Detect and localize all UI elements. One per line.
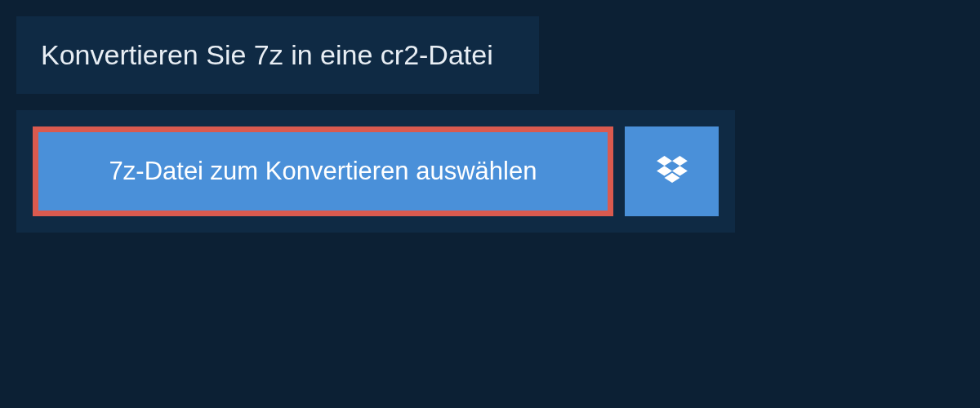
dropbox-icon bbox=[657, 156, 688, 187]
select-file-label: 7z-Datei zum Konvertieren auswählen bbox=[109, 157, 537, 186]
select-file-button[interactable]: 7z-Datei zum Konvertieren auswählen bbox=[33, 126, 613, 216]
page-title: Konvertieren Sie 7z in eine cr2-Datei bbox=[41, 39, 514, 71]
dropbox-button[interactable] bbox=[625, 126, 719, 216]
action-panel: 7z-Datei zum Konvertieren auswählen bbox=[16, 110, 735, 233]
header-panel: Konvertieren Sie 7z in eine cr2-Datei bbox=[16, 16, 539, 94]
